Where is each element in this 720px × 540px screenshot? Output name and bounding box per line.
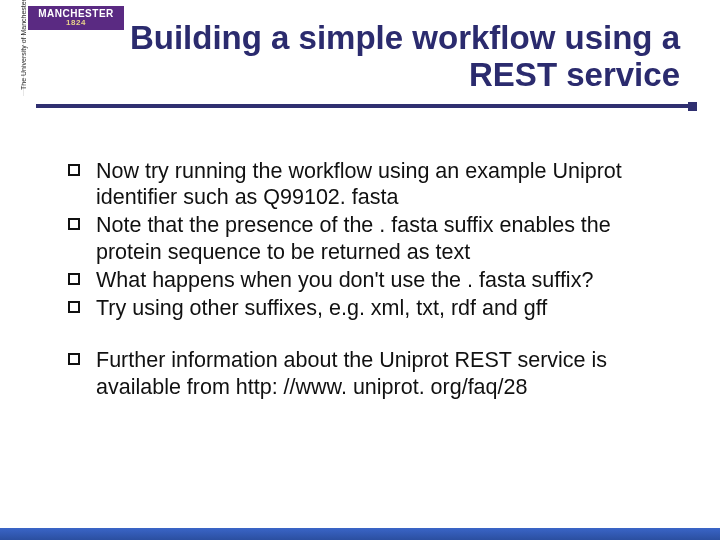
bullet-text: Try using other suffixes, e.g. xml, txt,… xyxy=(96,295,672,321)
bullet-text: Note that the presence of the . fasta su… xyxy=(96,212,672,264)
list-item: What happens when you don't use the . fa… xyxy=(68,267,672,293)
institution-name: The University of Manchester xyxy=(20,0,27,90)
bullet-text: Further information about the Uniprot RE… xyxy=(96,347,672,399)
slide-title: Building a simple workflow using a REST … xyxy=(56,20,680,94)
bottom-bar xyxy=(0,528,720,540)
title-divider xyxy=(36,104,696,108)
bullet-text: What happens when you don't use the . fa… xyxy=(96,267,672,293)
list-item: Further information about the Uniprot RE… xyxy=(68,347,672,399)
bullet-icon xyxy=(68,353,80,365)
bullet-list: Now try running the workflow using an ex… xyxy=(68,158,672,402)
list-item: Note that the presence of the . fasta su… xyxy=(68,212,672,264)
list-gap xyxy=(68,323,672,347)
slide: The University of Manchester MANCHESTER … xyxy=(0,0,720,540)
bullet-icon xyxy=(68,301,80,313)
bullet-icon xyxy=(68,218,80,230)
bullet-icon xyxy=(68,164,80,176)
bullet-icon xyxy=(68,273,80,285)
list-item: Now try running the workflow using an ex… xyxy=(68,158,672,210)
list-item: Try using other suffixes, e.g. xml, txt,… xyxy=(68,295,672,321)
bullet-text: Now try running the workflow using an ex… xyxy=(96,158,672,210)
